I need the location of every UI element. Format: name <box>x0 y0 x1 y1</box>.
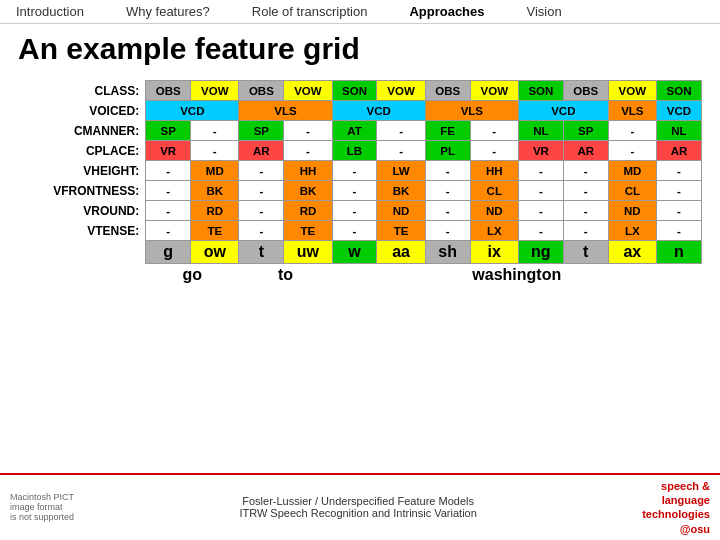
table-cell: - <box>563 221 608 241</box>
table-cell: RD <box>191 201 239 221</box>
table-cell: VOW <box>284 81 332 101</box>
table-cell: AT <box>332 121 377 141</box>
main-content: An example feature grid CLASS: OBS VOW O… <box>0 24 720 290</box>
table-cell: - <box>284 121 332 141</box>
table-cell: VOW <box>191 81 239 101</box>
nav-item-approaches[interactable]: Approaches <box>403 2 490 21</box>
cplace-label: CPLACE: <box>18 141 146 161</box>
footer-center-line2: ITRW Speech Recognition and Intrinsic Va… <box>239 507 476 519</box>
vround-row: VROUND: - RD - RD - ND - ND - - ND - <box>18 201 702 221</box>
class-row: CLASS: OBS VOW OBS VOW SON VOW OBS VOW S… <box>18 81 702 101</box>
table-cell: - <box>377 141 425 161</box>
table-cell: - <box>146 221 191 241</box>
table-cell: VCD <box>146 101 239 121</box>
vfrontness-label: VFRONTNESS: <box>18 181 146 201</box>
table-cell: HH <box>284 161 332 181</box>
table-cell: - <box>518 181 563 201</box>
footer-center-line1: Fosler-Lussier / Underspecified Feature … <box>242 495 474 507</box>
table-cell: VOW <box>377 81 425 101</box>
table-cell: LX <box>608 221 656 241</box>
voiced-label: VOICED: <box>18 101 146 121</box>
table-cell: SP <box>563 121 608 141</box>
feature-grid-table: CLASS: OBS VOW OBS VOW SON VOW OBS VOW S… <box>18 80 702 286</box>
table-cell: - <box>377 121 425 141</box>
table-cell: VCD <box>518 101 608 121</box>
table-cell: SP <box>239 121 284 141</box>
phoneme-cell-aa: aa <box>377 241 425 264</box>
phoneme-cell-ng: ng <box>518 241 563 264</box>
phoneme-cell-g: g <box>146 241 191 264</box>
table-cell: - <box>332 221 377 241</box>
vround-label: VROUND: <box>18 201 146 221</box>
phoneme-cell-ix: ix <box>470 241 518 264</box>
table-cell: VR <box>518 141 563 161</box>
word-washington: washington <box>332 264 701 287</box>
table-cell: CL <box>470 181 518 201</box>
table-cell: - <box>656 181 701 201</box>
phoneme-cell-uw: uw <box>284 241 332 264</box>
table-cell: - <box>425 161 470 181</box>
table-cell: - <box>239 201 284 221</box>
table-cell: LB <box>332 141 377 161</box>
table-cell: - <box>470 141 518 161</box>
table-cell: OBS <box>425 81 470 101</box>
table-cell: SP <box>146 121 191 141</box>
vfrontness-row: VFRONTNESS: - BK - BK - BK - CL - - CL - <box>18 181 702 201</box>
table-cell: - <box>425 221 470 241</box>
table-cell: NL <box>518 121 563 141</box>
table-cell: SON <box>332 81 377 101</box>
nav-item-introduction[interactable]: Introduction <box>10 2 90 21</box>
footer-left-line3: is not supported <box>10 512 74 522</box>
table-cell: ND <box>470 201 518 221</box>
nav-item-role-transcription[interactable]: Role of transcription <box>246 2 374 21</box>
table-cell: BK <box>377 181 425 201</box>
table-cell: - <box>284 141 332 161</box>
phoneme-cell-ax: ax <box>608 241 656 264</box>
phoneme-cell-n: n <box>656 241 701 264</box>
table-cell: - <box>518 221 563 241</box>
word-to: to <box>239 264 332 287</box>
table-cell: - <box>146 161 191 181</box>
footer-right-line4: @osu <box>680 523 710 535</box>
table-cell: OBS <box>146 81 191 101</box>
phoneme-cell-t2: t <box>563 241 608 264</box>
table-cell: FE <box>425 121 470 141</box>
table-cell: VLS <box>239 101 332 121</box>
table-cell: TE <box>191 221 239 241</box>
table-cell: - <box>656 221 701 241</box>
cmanner-label: CMANNER: <box>18 121 146 141</box>
table-cell: - <box>332 161 377 181</box>
table-cell: - <box>608 141 656 161</box>
table-cell: HH <box>470 161 518 181</box>
table-cell: ND <box>608 201 656 221</box>
table-cell: - <box>239 161 284 181</box>
table-cell: AR <box>239 141 284 161</box>
word-row: go to washington <box>18 264 702 287</box>
top-navigation: IntroductionWhy features?Role of transcr… <box>0 0 720 24</box>
nav-item-vision[interactable]: Vision <box>521 2 568 21</box>
table-cell: - <box>563 201 608 221</box>
cmanner-row: CMANNER: SP - SP - AT - FE - NL SP - NL <box>18 121 702 141</box>
phoneme-cell-w: w <box>332 241 377 264</box>
table-cell: - <box>518 161 563 181</box>
table-cell: VLS <box>608 101 656 121</box>
footer-left-line1: Macintosh PICT <box>10 492 74 502</box>
table-cell: PL <box>425 141 470 161</box>
table-cell: SON <box>518 81 563 101</box>
table-cell: VCD <box>656 101 701 121</box>
class-label: CLASS: <box>18 81 146 101</box>
table-cell: ND <box>377 201 425 221</box>
table-cell: - <box>608 121 656 141</box>
table-cell: - <box>332 181 377 201</box>
phoneme-cell-t: t <box>239 241 284 264</box>
table-cell: VLS <box>425 101 518 121</box>
table-cell: - <box>239 181 284 201</box>
nav-item-why-features[interactable]: Why features? <box>120 2 216 21</box>
page-title: An example feature grid <box>18 32 702 66</box>
table-cell: TE <box>377 221 425 241</box>
word-go: go <box>146 264 239 287</box>
table-cell: NL <box>656 121 701 141</box>
table-cell: - <box>563 181 608 201</box>
table-cell: RD <box>284 201 332 221</box>
phoneme-row-top: g ow t uw w aa sh ix ng t ax n <box>18 241 702 264</box>
